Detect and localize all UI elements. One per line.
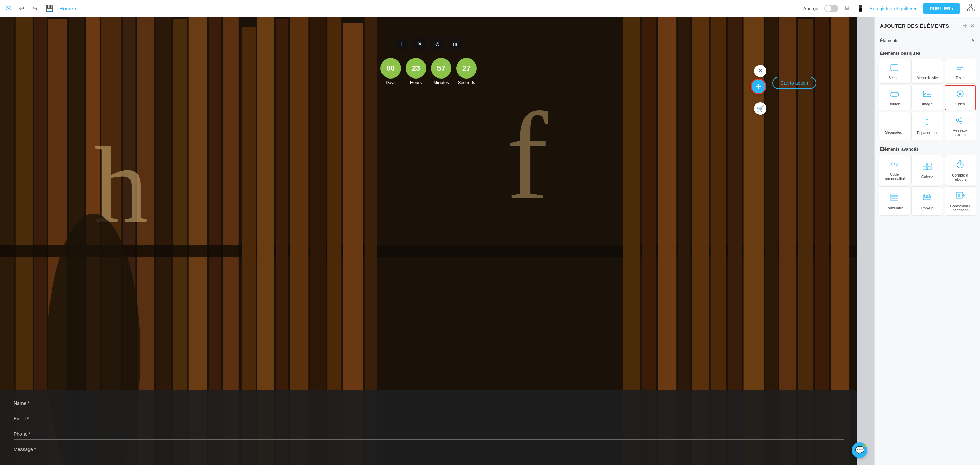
message-label: Message * <box>14 447 843 452</box>
cta-button[interactable]: Call to action <box>772 77 816 89</box>
seconds-item: 27 Seconds <box>456 58 477 85</box>
code-personnalise-icon <box>890 161 899 170</box>
save-icon-button[interactable]: 💾 <box>44 3 55 14</box>
element-card-popup[interactable]: Pop-up <box>912 186 943 216</box>
element-card-separateur[interactable]: Séparateur <box>879 111 910 140</box>
contact-form: Name * Email * Phone * Message * <box>0 390 857 465</box>
org-icon[interactable] <box>967 4 975 13</box>
elements-panel: AJOUTER DES ÉLÉMENTS ✛ ✕ Éléments ∧ Élém… <box>874 17 980 465</box>
element-card-compte-a-rebours[interactable]: Compte à rebours <box>945 155 976 185</box>
panel-pin-icon[interactable]: ✛ <box>963 22 967 29</box>
basic-section-label: Éléments basiques <box>875 46 980 58</box>
svg-point-0 <box>970 4 972 6</box>
elements-section-header: Éléments ∧ <box>875 33 980 46</box>
panel-header-actions: ✛ ✕ <box>963 22 975 29</box>
message-field: Message * <box>14 447 843 455</box>
days-item: 00 Days <box>380 58 401 85</box>
menu-site-icon <box>923 64 931 73</box>
element-card-code-personnalise[interactable]: Code personnalisé <box>879 155 910 185</box>
add-element-button[interactable]: + <box>751 78 767 94</box>
cart-icon: 🛒 <box>757 105 764 112</box>
close-panel-button[interactable]: ✕ <box>754 65 767 77</box>
days-circle: 00 <box>380 58 401 78</box>
element-card-menu-site[interactable]: Menu du site <box>912 59 943 84</box>
save-quit-chevron-icon: ▾ <box>914 6 916 11</box>
element-card-bouton[interactable]: Bouton <box>879 85 910 110</box>
reseaux-sociaux-label: Réseaux sociaux <box>948 128 973 137</box>
svg-rect-72 <box>928 167 931 170</box>
desktop-icon[interactable]: 🖥 <box>842 5 851 12</box>
svg-line-4 <box>971 6 973 9</box>
hero-background: h f f ✕ ◎ in 00 Days <box>0 17 857 465</box>
svg-line-68 <box>894 162 895 166</box>
advanced-elements-grid: Code personnalisé Galerie Compte à rebou… <box>875 154 980 217</box>
formulaire-icon <box>890 194 899 203</box>
svg-point-64 <box>960 117 962 119</box>
cart-button[interactable]: 🛒 <box>754 102 767 115</box>
minutes-circle: 57 <box>431 58 452 78</box>
phone-input-line[interactable] <box>14 440 843 440</box>
galerie-icon <box>923 162 932 172</box>
element-card-reseaux-sociaux[interactable]: Réseaux sociaux <box>945 111 976 140</box>
publish-button[interactable]: PUBLIER › <box>923 3 959 14</box>
elements-chevron-icon[interactable]: ∧ <box>971 38 975 43</box>
texte-icon <box>956 64 964 73</box>
hours-circle: 23 <box>406 58 426 78</box>
formulaire-label: Formulaire <box>886 206 904 210</box>
panel-close-icon[interactable]: ✕ <box>970 22 975 29</box>
bouton-icon <box>889 91 899 99</box>
section-label: Section <box>888 76 901 80</box>
element-card-espacement[interactable]: Espacement <box>912 111 943 140</box>
email-input-line[interactable] <box>14 424 843 424</box>
home-chevron-icon: ▾ <box>75 6 76 11</box>
mobile-icon[interactable]: 📱 <box>855 5 865 12</box>
element-card-video[interactable]: Vidéo <box>945 85 976 110</box>
espacement-icon <box>923 118 931 128</box>
undo-button[interactable]: ↩ <box>17 3 26 14</box>
compte-a-rebours-icon <box>956 160 964 170</box>
element-card-image[interactable]: Image <box>912 85 943 110</box>
name-label: Name * <box>14 400 843 406</box>
phone-label: Phone * <box>14 431 843 437</box>
texte-label: Texte <box>956 76 965 80</box>
seconds-label: Seconds <box>458 80 475 85</box>
seconds-circle: 27 <box>456 58 477 78</box>
name-input-line[interactable] <box>14 409 843 409</box>
svg-line-67 <box>958 121 960 122</box>
facebook-icon[interactable]: f <box>396 38 409 51</box>
section-icon <box>890 64 899 73</box>
svg-rect-70 <box>928 163 931 166</box>
code-personnalise-label: Code personnalisé <box>882 172 907 181</box>
element-card-connexion[interactable]: Connexion / Inscription <box>945 186 976 216</box>
instagram-icon[interactable]: ◎ <box>431 38 444 51</box>
chat-button[interactable]: 💬 <box>852 443 867 458</box>
svg-rect-53 <box>890 92 899 96</box>
basic-elements-grid: Section Menu du site Texte Bouton Image … <box>875 58 980 142</box>
advanced-section-label: Éléments avancés <box>875 142 980 154</box>
hours-item: 23 Hours <box>406 58 426 85</box>
element-card-texte[interactable]: Texte <box>945 59 976 84</box>
home-button[interactable]: Home ▾ <box>59 5 76 11</box>
element-card-formulaire[interactable]: Formulaire <box>879 186 910 216</box>
svg-rect-80 <box>891 199 898 201</box>
email-label: Email * <box>14 416 843 421</box>
publish-arrow-icon: › <box>952 6 953 11</box>
social-icons-row: f ✕ ◎ in <box>396 38 462 51</box>
image-label: Image <box>922 102 932 106</box>
publish-label: PUBLIER <box>929 6 950 11</box>
video-label: Vidéo <box>955 102 965 106</box>
save-quit-button[interactable]: Enregistrer et quitter ▾ <box>869 6 916 11</box>
twitter-x-icon[interactable]: ✕ <box>413 38 426 51</box>
name-field: Name * <box>14 400 843 409</box>
svg-rect-69 <box>923 163 927 166</box>
preview-toggle[interactable] <box>824 5 838 12</box>
panel-header: AJOUTER DES ÉLÉMENTS ✛ ✕ <box>875 17 980 33</box>
element-card-galerie[interactable]: Galerie <box>912 155 943 185</box>
bouton-label: Bouton <box>889 102 900 106</box>
linkedin-icon[interactable]: in <box>449 38 462 51</box>
redo-button[interactable]: ↪ <box>30 3 40 14</box>
menu-site-label: Menu du site <box>916 76 938 80</box>
chat-icon: 💬 <box>855 446 864 455</box>
popup-label: Pop-up <box>921 206 933 210</box>
element-card-section[interactable]: Section <box>879 59 910 84</box>
